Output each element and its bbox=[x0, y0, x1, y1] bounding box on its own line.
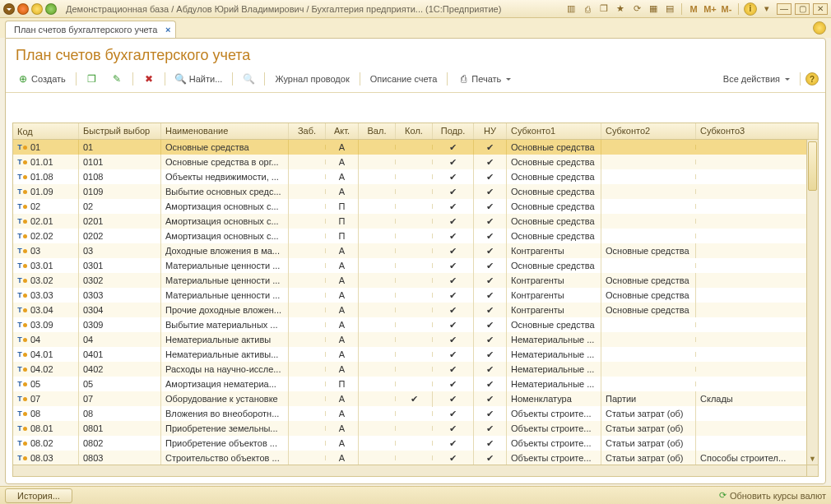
edit-button[interactable]: ✎ bbox=[106, 71, 128, 87]
dropdown-icon[interactable]: ▾ bbox=[760, 2, 773, 16]
cell-code: T02.02 bbox=[13, 229, 79, 243]
scroll-thumb[interactable] bbox=[808, 141, 817, 191]
cell-sub2: Статьи затрат (об) bbox=[601, 436, 696, 451]
all-actions-label: Все действия bbox=[723, 74, 780, 84]
cell-sub1: Объекты строите... bbox=[507, 451, 601, 465]
tab-close-icon[interactable]: × bbox=[165, 25, 170, 35]
table-row[interactable]: T01.080108Объекты недвижимости, ...А✔✔Ос… bbox=[13, 169, 806, 184]
minimize-button[interactable]: — bbox=[777, 3, 792, 15]
col-sub2[interactable]: Субконто2 bbox=[601, 123, 696, 139]
vertical-scrollbar[interactable]: ▲ ▼ bbox=[806, 140, 818, 465]
history-button[interactable]: История... bbox=[5, 488, 72, 503]
cell-code: T01.01 bbox=[13, 155, 79, 169]
cell-sub3 bbox=[696, 293, 806, 298]
table-row[interactable]: T08.010801Приобретение земельны...А✔✔Объ… bbox=[13, 421, 806, 436]
memory-mminus-button[interactable]: M- bbox=[720, 2, 733, 16]
table-row[interactable]: T03.020302Материальные ценности ...А✔✔Ко… bbox=[13, 273, 806, 288]
cell-podr: ✔ bbox=[433, 451, 474, 465]
info-icon[interactable]: i bbox=[744, 2, 757, 16]
toolbar-calc-icon[interactable]: ▦ bbox=[647, 2, 660, 16]
description-button[interactable]: Описание счета bbox=[365, 72, 443, 86]
col-name[interactable]: Наименование bbox=[161, 123, 289, 139]
cell-podr: ✔ bbox=[433, 199, 474, 215]
maximize-button[interactable]: ▢ bbox=[795, 3, 810, 15]
cell-kol bbox=[396, 204, 433, 209]
print-button[interactable]: ⎙ Печать bbox=[453, 71, 516, 87]
table-row[interactable]: T08.030803Строительство объектов ...А✔✔О… bbox=[13, 451, 806, 465]
cell-val bbox=[359, 337, 396, 342]
toolbar-print-icon[interactable]: ⎙ bbox=[581, 2, 594, 16]
cell-val bbox=[359, 278, 396, 283]
table-row[interactable]: T0707Оборудование к установкеА✔✔✔Номенкл… bbox=[13, 391, 806, 406]
col-fast[interactable]: Быстрый выбор bbox=[79, 123, 161, 139]
cell-akt: А bbox=[326, 391, 359, 406]
journal-button[interactable]: Журнал проводок bbox=[270, 72, 354, 86]
cell-zab bbox=[289, 160, 326, 164]
traffic-yellow-icon[interactable] bbox=[31, 3, 43, 15]
col-podr[interactable]: Подр. bbox=[433, 123, 474, 139]
app-menu-icon[interactable] bbox=[3, 3, 15, 15]
tab-chart-of-accounts[interactable]: План счетов бухгалтерского учета × bbox=[5, 21, 176, 38]
col-val[interactable]: Вал. bbox=[359, 123, 396, 139]
cell-sub3 bbox=[696, 160, 806, 164]
memory-mplus-button[interactable]: M+ bbox=[703, 2, 717, 16]
toolbar-doc-icon[interactable]: ▥ bbox=[564, 2, 578, 16]
tab-settings-icon[interactable] bbox=[813, 21, 826, 35]
table-row[interactable]: T02.020202Амортизация основных с...П✔✔Ос… bbox=[13, 229, 806, 243]
copy-button[interactable]: ❐ bbox=[81, 71, 103, 87]
cell-kol bbox=[396, 263, 433, 268]
close-button[interactable]: ✕ bbox=[813, 3, 828, 15]
col-akt[interactable]: Акт. bbox=[326, 123, 359, 139]
table-row[interactable]: T08.020802Приобретение объектов ...А✔✔Об… bbox=[13, 436, 806, 451]
table-row[interactable]: T03.030303Материальные ценности ...А✔✔Ко… bbox=[13, 288, 806, 303]
help-icon[interactable]: ? bbox=[805, 72, 819, 86]
all-actions-button[interactable]: Все действия bbox=[718, 72, 795, 86]
table-row[interactable]: T0303Доходные вложения в ма...А✔✔Контраг… bbox=[13, 243, 806, 258]
traffic-green-icon[interactable] bbox=[45, 3, 57, 15]
col-code[interactable]: Код bbox=[13, 123, 79, 139]
table-row[interactable]: T0101Основные средстваА✔✔Основные средст… bbox=[13, 140, 806, 155]
check-icon: ✔ bbox=[486, 379, 494, 389]
col-nu[interactable]: НУ bbox=[474, 123, 507, 139]
col-zab[interactable]: Заб. bbox=[289, 123, 326, 139]
toolbar-calendar-icon[interactable]: ▤ bbox=[663, 2, 676, 16]
table-row[interactable]: T0202Амортизация основных с...П✔✔Основны… bbox=[13, 199, 806, 214]
table-row[interactable]: T03.040304Прочие доходные вложен...А✔✔Ко… bbox=[13, 303, 806, 317]
check-icon: ✔ bbox=[486, 157, 494, 167]
find-button[interactable]: 🔍 Найти... bbox=[170, 71, 228, 87]
scroll-down-icon[interactable]: ▼ bbox=[807, 453, 818, 465]
table-row[interactable]: T03.090309Выбытие материальных ...А✔✔Осн… bbox=[13, 317, 806, 332]
table-row[interactable]: T03.010301Материальные ценности ...А✔✔Ос… bbox=[13, 258, 806, 273]
col-kol[interactable]: Кол. bbox=[396, 123, 433, 139]
table-row[interactable]: T01.090109Выбытие основных средс...А✔✔Ос… bbox=[13, 184, 806, 199]
table-row[interactable]: T0808Вложения во внеоборотн...А✔✔Объекты… bbox=[13, 406, 806, 421]
table-row[interactable]: T04.020402Расходы на научно-иссле...А✔✔Н… bbox=[13, 362, 806, 377]
horizontal-scrollbar[interactable] bbox=[13, 465, 806, 476]
table-row[interactable]: T0505Амортизация нематериа...П✔✔Нематери… bbox=[13, 377, 806, 391]
delete-button[interactable]: ✖ bbox=[138, 71, 160, 87]
check-icon: ✔ bbox=[449, 246, 457, 256]
refresh-icon[interactable]: ⟳ bbox=[719, 490, 727, 501]
col-sub1[interactable]: Субконто1 bbox=[507, 123, 601, 139]
col-sub3[interactable]: Субконто3 bbox=[696, 123, 818, 139]
table-row[interactable]: T04.010401Нематериальные активы...А✔✔Нем… bbox=[13, 347, 806, 362]
toolbar-history-icon[interactable]: ⟳ bbox=[630, 2, 643, 16]
toolbar-star-icon[interactable]: ★ bbox=[614, 2, 627, 16]
create-button[interactable]: ⊕ Создать bbox=[12, 71, 71, 87]
memory-m-button[interactable]: M bbox=[687, 2, 700, 16]
refresh-rates-link[interactable]: Обновить курсы валют bbox=[730, 491, 826, 501]
traffic-red-icon[interactable] bbox=[17, 3, 29, 15]
cell-code: T01.08 bbox=[13, 169, 79, 184]
table-row[interactable]: T0404Нематериальные активыА✔✔Нематериаль… bbox=[13, 332, 806, 347]
cell-name: Основные средства в орг... bbox=[161, 155, 289, 169]
check-icon: ✔ bbox=[486, 246, 494, 256]
cell-sub3 bbox=[696, 337, 806, 342]
account-t-icon: T bbox=[17, 364, 27, 374]
cell-name: Нематериальные активы bbox=[161, 332, 289, 347]
grid-body[interactable]: T0101Основные средстваА✔✔Основные средст… bbox=[13, 140, 806, 465]
table-row[interactable]: T01.010101Основные средства в орг...А✔✔О… bbox=[13, 155, 806, 169]
cell-akt: А bbox=[326, 303, 359, 317]
clear-filter-button[interactable]: 🔍 bbox=[238, 71, 259, 87]
table-row[interactable]: T02.010201Амортизация основных с...П✔✔Ос… bbox=[13, 214, 806, 229]
toolbar-copy-icon[interactable]: ❐ bbox=[597, 2, 610, 16]
